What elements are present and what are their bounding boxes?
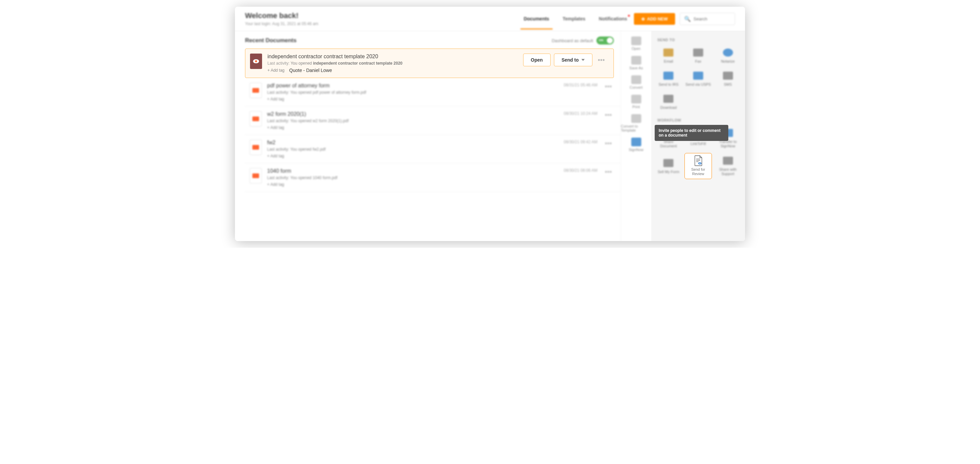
- toggle-switch[interactable]: ON: [597, 37, 614, 45]
- svg-point-4: [699, 163, 700, 164]
- panel-sell-form[interactable]: Sell My Form: [655, 153, 682, 179]
- document-row[interactable]: w2 form 2020(1) Last activity: You opene…: [245, 107, 620, 135]
- document-info: w2 form 2020(1) Last activity: You opene…: [267, 111, 558, 130]
- pdf-icon: [252, 88, 259, 93]
- save-as-icon: [631, 56, 641, 65]
- pdf-icon: [252, 174, 259, 178]
- panel-send-for-review[interactable]: Send for Review: [684, 153, 712, 179]
- document-thumbnail: [250, 54, 262, 69]
- panel-sms[interactable]: SMS: [714, 68, 742, 89]
- pdf-icon: [252, 145, 259, 150]
- irs-icon: [663, 72, 673, 80]
- add-new-button[interactable]: ⊕ ADD NEW: [634, 13, 675, 25]
- more-actions-button[interactable]: •••: [603, 168, 614, 176]
- strip-print[interactable]: Print: [621, 95, 651, 109]
- send-review-icon: [692, 156, 704, 165]
- add-tag-button[interactable]: + Add tag: [267, 68, 285, 73]
- more-actions-button[interactable]: •••: [603, 83, 614, 90]
- document-date: 08/30/21 09:42 AM: [564, 140, 597, 144]
- notarize-icon: [723, 49, 733, 57]
- document-activity: Last activity: You opened fw2.pdf: [267, 147, 558, 151]
- tag-row: + Add tag Quote - Daniel Lowe: [267, 68, 518, 73]
- strip-save-as[interactable]: Save As: [621, 56, 651, 70]
- more-actions-button[interactable]: •••: [596, 56, 607, 64]
- welcome-title: Welcome back!: [245, 11, 318, 20]
- fax-icon: [693, 49, 703, 57]
- panel-email[interactable]: Email: [655, 45, 682, 66]
- dashboard-default-label: Dashboard as default: [552, 38, 593, 43]
- add-tag-button[interactable]: + Add tag: [267, 182, 558, 187]
- document-info: independent contractor contract template…: [267, 54, 518, 73]
- document-thumbnail: [250, 168, 262, 183]
- panel-fax[interactable]: Fax: [684, 45, 712, 66]
- document-thumbnail: [250, 83, 262, 98]
- welcome-subtitle: Your last login: Aug 31, 2021 at 05:46 a…: [245, 21, 318, 26]
- body-area: Recent Documents Dashboard as default ON…: [235, 31, 745, 241]
- add-tag-button[interactable]: + Add tag: [267, 125, 558, 130]
- pdf-icon: [252, 116, 259, 121]
- tab-documents[interactable]: Documents: [524, 13, 549, 24]
- nav-tabs: Documents Templates Notifications: [524, 13, 627, 24]
- strip-convert-template[interactable]: Convert to Template: [621, 114, 651, 132]
- document-title: w2 form 2020(1): [267, 111, 558, 117]
- activity-name: independent contractor contract template…: [313, 61, 402, 65]
- document-activity: Last activity: You opened pdf power of a…: [267, 90, 558, 95]
- print-icon: [631, 95, 641, 104]
- section-title: Recent Documents: [245, 37, 296, 44]
- open-button[interactable]: Open: [523, 54, 550, 66]
- document-row-selected[interactable]: independent contractor contract template…: [245, 49, 614, 78]
- strip-open[interactable]: Open: [621, 37, 651, 51]
- panel-notarize[interactable]: Notarize: [714, 45, 742, 66]
- header: Welcome back! Your last login: Aug 31, 2…: [235, 7, 745, 31]
- action-strip: Open Save As Convert Print Convert to Te…: [620, 31, 651, 241]
- eye-icon: [255, 60, 257, 62]
- more-actions-button[interactable]: •••: [603, 140, 614, 147]
- sms-icon: [723, 72, 733, 80]
- document-row[interactable]: fw2 Last activity: You opened fw2.pdf + …: [245, 135, 620, 163]
- strip-convert[interactable]: Convert: [621, 75, 651, 89]
- send-review-label: Send for Review: [686, 167, 711, 176]
- document-date: 08/31/21 05:46 AM: [564, 83, 597, 88]
- tab-templates[interactable]: Templates: [563, 13, 585, 24]
- document-row[interactable]: 1040 form Last activity: You opened 1040…: [245, 163, 620, 192]
- section-header: Recent Documents Dashboard as default ON: [245, 37, 620, 45]
- download-icon: [663, 95, 673, 103]
- document-thumbnail: [250, 140, 262, 155]
- welcome-block: Welcome back! Your last login: Aug 31, 2…: [245, 11, 318, 26]
- sell-form-icon: [663, 159, 673, 167]
- document-date: 08/30/21 10:24 AM: [564, 111, 597, 116]
- document-date: 08/30/21 08:06 AM: [564, 168, 597, 173]
- panel-send-irs[interactable]: Send to IRS: [655, 68, 682, 89]
- panel-send-usps[interactable]: Send via USPS: [684, 68, 712, 89]
- document-info: pdf power of attorney form Last activity…: [267, 83, 558, 101]
- add-tag-button[interactable]: + Add tag: [267, 97, 558, 101]
- activity-action: You opened: [291, 61, 312, 65]
- panel-download[interactable]: Download: [655, 91, 682, 113]
- search-box[interactable]: 🔍: [680, 13, 735, 25]
- tab-notifications[interactable]: Notifications: [599, 13, 627, 24]
- panel-share-support[interactable]: Share with Support: [714, 153, 742, 179]
- strip-signnow[interactable]: SignNow: [621, 137, 651, 151]
- add-tag-button[interactable]: + Add tag: [267, 154, 558, 158]
- document-thumbnail: [250, 111, 262, 126]
- more-actions-button[interactable]: •••: [603, 111, 614, 119]
- search-input[interactable]: [694, 16, 731, 21]
- send-to-button[interactable]: Send to: [554, 54, 592, 66]
- document-row[interactable]: pdf power of attorney form Last activity…: [245, 78, 620, 107]
- share-support-icon: [723, 157, 733, 165]
- search-icon: 🔍: [684, 16, 691, 22]
- toggle-on-label: ON: [599, 38, 603, 42]
- notification-dot-icon: [628, 15, 630, 17]
- document-activity: Last activity: You opened independent co…: [267, 61, 518, 65]
- document-info: fw2 Last activity: You opened fw2.pdf + …: [267, 140, 558, 158]
- document-title: independent contractor contract template…: [267, 54, 518, 60]
- app-window: Welcome back! Your last login: Aug 31, 2…: [235, 7, 745, 241]
- workflow-section-title: WORKFLOW: [657, 118, 742, 122]
- tooltip: Invite people to edit or comment on a do…: [655, 125, 728, 141]
- tooltip-text: Invite people to edit or comment on a do…: [659, 128, 721, 137]
- document-activity: Last activity: You opened w2 form 2020(1…: [267, 118, 558, 123]
- add-new-label: ADD NEW: [647, 16, 668, 21]
- chevron-down-icon: [581, 59, 585, 61]
- document-actions: Open Send to •••: [523, 54, 607, 66]
- document-title: pdf power of attorney form: [267, 83, 558, 89]
